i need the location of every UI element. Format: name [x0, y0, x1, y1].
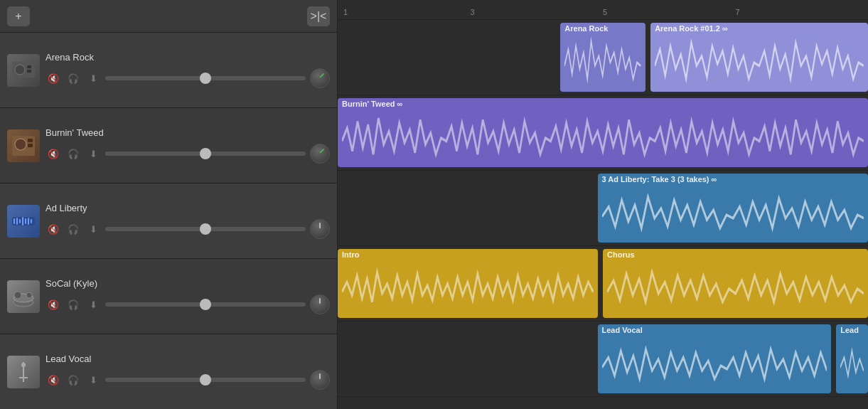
smart-controls-button[interactable]: >|<: [307, 6, 330, 26]
record-enable-button[interactable]: ⬇: [85, 297, 101, 312]
mute-button[interactable]: 🔇: [45, 70, 61, 86]
audio-track-icon: [9, 207, 38, 235]
track-row: Arena Rock 🔇 🎧 ⬇: [0, 33, 337, 108]
record-enable-button[interactable]: ⬇: [85, 372, 101, 388]
track-info: SoCal (Kyle) 🔇 🎧 ⬇: [45, 278, 330, 314]
waveform: [840, 334, 864, 393]
timeline-track-row: Intro Chorus: [338, 246, 868, 322]
timeline-track-row: Lead Vocal Lead: [338, 322, 868, 397]
svg-point-18: [14, 292, 21, 299]
track-controls: 🔇 🎧 ⬇: [45, 219, 330, 239]
clip[interactable]: Lead Vocal: [598, 324, 831, 393]
track-thumbnail: [7, 129, 40, 162]
track-row: Ad Liberty 🔇 🎧 ⬇: [0, 184, 337, 259]
clip-label: Burnin' Tweed ∞: [342, 100, 864, 108]
clip[interactable]: Chorus: [603, 249, 868, 318]
svg-rect-2: [27, 65, 31, 68]
track-info: Arena Rock 🔇 🎧 ⬇: [45, 52, 330, 88]
pan-knob[interactable]: [310, 294, 330, 314]
solo-button[interactable]: 🎧: [65, 70, 81, 86]
track-thumbnail: [7, 205, 40, 238]
volume-slider[interactable]: [105, 302, 306, 307]
microphone-icon: [9, 358, 38, 386]
svg-rect-10: [16, 218, 18, 225]
track-name: Ad Liberty: [45, 203, 330, 213]
timeline-track-row: 3 Ad Liberty: Take 3 (3 takes) ∞: [338, 171, 868, 246]
amp-icon: [9, 56, 38, 85]
clip[interactable]: Lead: [836, 324, 868, 393]
track-name: SoCal (Kyle): [45, 278, 330, 289]
track-row: Burnin' Tweed 🔇 🎧 ⬇: [0, 108, 337, 184]
track-thumbnail: [7, 54, 40, 87]
clip-label: Lead: [840, 326, 864, 334]
mute-button[interactable]: 🔇: [45, 297, 61, 312]
clip-label: Chorus: [607, 250, 864, 259]
waveform: [564, 33, 641, 92]
solo-button[interactable]: 🎧: [65, 221, 81, 237]
waveform: [602, 334, 827, 393]
track-info: Lead Vocal 🔇 🎧 ⬇: [45, 354, 330, 390]
svg-rect-9: [14, 218, 15, 224]
clip[interactable]: Arena Rock #01.2 ∞: [650, 23, 868, 92]
track-thumbnail: [7, 356, 40, 388]
solo-button[interactable]: 🎧: [65, 297, 81, 312]
drums-icon: [9, 282, 38, 311]
svg-rect-6: [28, 139, 33, 142]
timeline-panel: 1 3 5 7 Arena Rock Arena Rock #01.2 ∞: [338, 0, 868, 409]
track-list-panel: + >|< Arena Rock 🔇 🎧 ⬇: [0, 0, 338, 409]
svg-rect-15: [31, 219, 32, 223]
volume-control: [105, 221, 306, 237]
track-controls: 🔇 🎧 ⬇: [45, 68, 330, 88]
waveform: [607, 259, 864, 318]
svg-rect-3: [27, 70, 31, 73]
record-enable-button[interactable]: ⬇: [85, 146, 101, 161]
clip[interactable]: 3 Ad Liberty: Take 3 (3 takes) ∞: [598, 174, 868, 243]
track-row: SoCal (Kyle) 🔇 🎧 ⬇: [0, 259, 337, 334]
svg-rect-13: [25, 218, 26, 224]
timeline-track-row: Arena Rock Arena Rock #01.2 ∞: [338, 20, 868, 95]
clip-label: Intro: [342, 250, 594, 259]
mute-button[interactable]: 🔇: [45, 372, 61, 388]
pan-knob[interactable]: [310, 144, 330, 164]
timeline-tracks: Arena Rock Arena Rock #01.2 ∞ Burnin' Tw…: [338, 20, 868, 409]
volume-slider[interactable]: [105, 152, 306, 156]
volume-control: [105, 146, 306, 161]
track-name: Arena Rock: [45, 52, 330, 63]
mute-button[interactable]: 🔇: [45, 146, 61, 161]
add-track-button[interactable]: +: [7, 6, 30, 26]
track-controls: 🔇 🎧 ⬇: [45, 144, 330, 164]
waveform: [342, 259, 594, 318]
track-row: Lead Vocal 🔇 🎧 ⬇: [0, 334, 337, 409]
track-name: Lead Vocal: [45, 354, 330, 364]
clip[interactable]: Arena Rock: [560, 23, 645, 92]
ruler-mark-3: 3: [471, 8, 475, 16]
timeline-ruler: 1 3 5 7: [338, 0, 868, 20]
mute-button[interactable]: 🔇: [45, 221, 61, 237]
svg-rect-12: [22, 217, 23, 225]
svg-rect-1: [15, 65, 25, 75]
record-enable-button[interactable]: ⬇: [85, 221, 101, 237]
solo-button[interactable]: 🎧: [65, 146, 81, 161]
ruler-mark-5: 5: [603, 8, 607, 16]
clip[interactable]: Intro: [338, 249, 598, 318]
svg-rect-11: [19, 219, 21, 223]
track-thumbnail: [7, 280, 40, 313]
volume-control: [105, 372, 306, 388]
toolbar: + >|<: [0, 0, 337, 33]
solo-button[interactable]: 🎧: [65, 372, 81, 388]
volume-slider[interactable]: [105, 76, 306, 80]
waveform: [602, 184, 864, 243]
pan-knob[interactable]: [310, 370, 330, 390]
volume-slider[interactable]: [105, 227, 306, 231]
record-enable-button[interactable]: ⬇: [85, 70, 101, 86]
pan-knob[interactable]: [310, 68, 330, 88]
clip-label: Lead Vocal: [602, 326, 827, 334]
volume-slider[interactable]: [105, 378, 306, 382]
tracks-list: Arena Rock 🔇 🎧 ⬇: [0, 33, 337, 409]
timeline-track-row: Burnin' Tweed ∞: [338, 95, 868, 171]
clip[interactable]: Burnin' Tweed ∞: [338, 98, 868, 167]
clip-label: Arena Rock #01.2 ∞: [655, 24, 864, 33]
track-controls: 🔇 🎧 ⬇: [45, 294, 330, 314]
pan-knob[interactable]: [310, 219, 330, 239]
volume-control: [105, 70, 306, 86]
